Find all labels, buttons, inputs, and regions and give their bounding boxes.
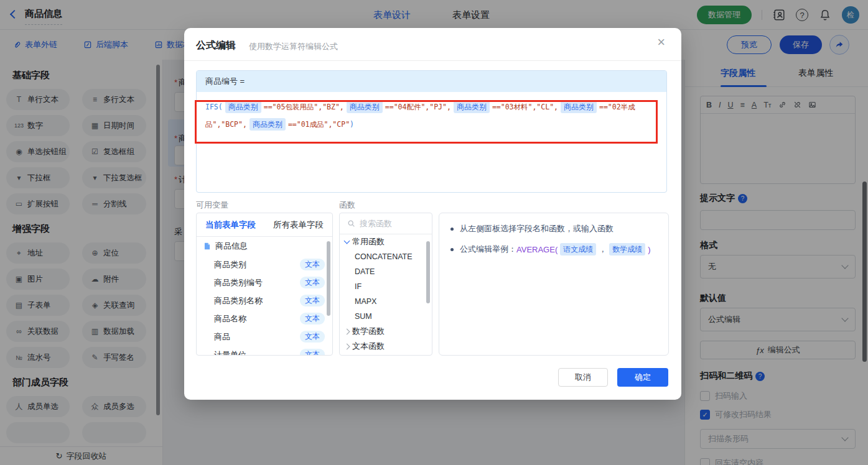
confirm-button[interactable]: 确定 <box>617 368 668 387</box>
variables-scrollbar[interactable] <box>327 241 330 316</box>
functions-panel: 常用函数 CONCATENATE DATE IF MAPX SUM 数学函数 文… <box>339 213 432 356</box>
modal-subtitle: 使用数学运算符编辑公式 <box>249 41 338 52</box>
formula-literal: =="03材料","CL", <box>492 103 558 111</box>
variable-row[interactable]: 商品类别编号文本 <box>197 274 332 292</box>
bullet-icon <box>450 248 454 251</box>
example-function: AVERAGE( <box>516 245 558 254</box>
tab-all-form-fields[interactable]: 所有表单字段 <box>273 219 324 231</box>
function-group-common[interactable]: 常用函数 <box>340 234 432 249</box>
function-item[interactable]: CONCATENATE <box>340 249 432 264</box>
chevron-closed-icon <box>344 343 350 349</box>
variable-row[interactable]: 商品名称文本 <box>197 310 332 328</box>
variables-tabs: 当前表单字段 所有表单字段 <box>197 213 332 237</box>
modal-title: 公式编辑 <box>196 39 236 52</box>
formula-editor-box[interactable]: 商品编号 = IFS(商品类别=="05包装用品","BZ",商品类别=="04… <box>196 70 667 193</box>
function-search[interactable] <box>340 213 432 234</box>
function-item[interactable]: MAPX <box>340 294 432 309</box>
variable-row[interactable]: 商品类别文本 <box>197 256 332 274</box>
variables-tree-root[interactable]: 商品信息 <box>197 237 332 256</box>
field-chip[interactable]: 商品类别 <box>250 118 286 131</box>
formula-expression[interactable]: IFS(商品类别=="05包装用品","BZ",商品类别=="04配件","PJ… <box>197 92 660 139</box>
type-badge: 文本 <box>300 313 325 325</box>
divider <box>184 60 681 61</box>
field-chip[interactable]: 商品类别 <box>561 101 597 113</box>
type-badge: 文本 <box>300 259 325 270</box>
search-icon <box>347 219 355 228</box>
type-badge: 文本 <box>300 295 325 306</box>
document-icon <box>203 242 212 251</box>
variable-row[interactable]: 计量单位文本 <box>197 346 332 356</box>
field-chip[interactable]: 商品类别 <box>347 101 383 113</box>
variables-section-label: 可用变量 <box>196 200 228 211</box>
formula-keyword: ) <box>350 120 354 129</box>
functions-section-label: 函数 <box>339 200 355 211</box>
function-search-input[interactable] <box>360 219 422 228</box>
cancel-button[interactable]: 取消 <box>558 368 608 387</box>
close-icon[interactable]: × <box>657 35 665 49</box>
variable-row[interactable]: 商品类别名称文本 <box>197 292 332 310</box>
type-badge: 文本 <box>300 331 325 343</box>
bullet-icon <box>450 228 454 231</box>
tip-line-1: 从左侧面板选择字段名和函数，或输入函数 <box>450 223 662 234</box>
type-badge: 文本 <box>300 349 325 356</box>
screen: 商品信息 表单设计 表单设置 数据管理 ? 检 <box>0 0 868 465</box>
chevron-open-icon <box>344 238 350 244</box>
example-field-chip: 语文成绩 <box>560 243 596 256</box>
type-badge: 文本 <box>300 277 325 288</box>
function-item[interactable]: SUM <box>340 309 432 324</box>
variables-panel: 当前表单字段 所有表单字段 商品信息 商品类别文本 商品类别编号文本 商品类别名… <box>196 213 333 356</box>
chevron-closed-icon <box>344 328 350 334</box>
function-item[interactable]: IF <box>340 279 432 294</box>
functions-scrollbar[interactable] <box>426 241 430 303</box>
function-item[interactable]: DATE <box>340 264 432 279</box>
function-group-math[interactable]: 数学函数 <box>340 324 432 339</box>
function-group-text[interactable]: 文本函数 <box>340 339 432 354</box>
tab-current-form-fields[interactable]: 当前表单字段 <box>205 219 256 231</box>
variable-row[interactable]: 商品文本 <box>197 328 332 346</box>
tip-line-2: 公式编辑举例： AVERAGE( 语文成绩 ， 数学成绩 ) <box>450 243 662 256</box>
formula-target: 商品编号 = <box>197 71 666 92</box>
field-chip[interactable]: 商品类别 <box>225 101 261 113</box>
formula-literal: =="04配件","PJ", <box>385 103 451 111</box>
tips-panel: 从左侧面板选择字段名和函数，或输入函数 公式编辑举例： AVERAGE( 语文成… <box>439 213 669 356</box>
field-chip[interactable]: 商品类别 <box>454 101 490 113</box>
formula-literal: =="05包装用品","BZ", <box>264 103 344 111</box>
formula-literal: =="01成品","CP" <box>288 120 350 129</box>
example-field-chip: 数学成绩 <box>609 243 645 256</box>
formula-editor-modal: 公式编辑 使用数学运算符编辑公式 × 商品编号 = IFS(商品类别=="05包… <box>184 28 681 400</box>
formula-keyword: IFS( <box>205 103 223 111</box>
